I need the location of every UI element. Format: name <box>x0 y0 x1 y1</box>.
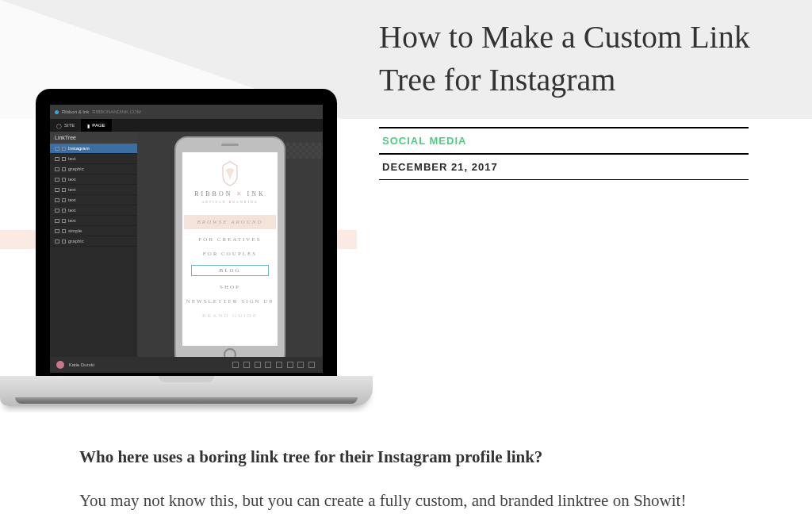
tool-icon[interactable] <box>243 362 250 368</box>
desktop-icon <box>55 229 59 233</box>
mobile-icon <box>62 219 66 223</box>
avatar-icon <box>56 361 64 369</box>
desktop-icon <box>55 147 59 151</box>
link-shop[interactable]: SHOP <box>220 284 240 290</box>
mobile-icon <box>62 209 66 213</box>
app-topbar: Ribbon & Ink RIBBONANDINK.COM <box>50 105 323 119</box>
mobile-icon <box>62 178 66 182</box>
app-logo-icon <box>55 110 59 114</box>
desktop-icon <box>55 167 59 171</box>
layer-label: text <box>68 156 76 161</box>
layer-label: text <box>68 218 76 223</box>
app-name: Ribbon & Ink <box>62 109 89 114</box>
layer-label: text <box>68 208 76 213</box>
user-chip[interactable]: Katie Durski <box>56 361 94 369</box>
layer-row[interactable]: text <box>50 185 137 195</box>
layer-row[interactable]: text <box>50 195 137 205</box>
article-body: Who here uses a boring link tree for the… <box>0 412 812 529</box>
user-name: Katie Durski <box>69 362 94 367</box>
phone-mockup: RIBBON✕INK ARTISAN BRANDING BROWSE AROUN… <box>174 136 285 357</box>
layer-row[interactable]: simple <box>50 226 137 236</box>
layer-row[interactable]: text <box>50 174 137 185</box>
mobile-icon <box>62 229 66 233</box>
layer-label: graphic <box>68 167 84 171</box>
lead-paragraph: Who here uses a boring link tree for the… <box>79 444 733 470</box>
mobile-icon <box>62 198 66 202</box>
link-newsletter[interactable]: NEWSLETTER SIGN UP <box>186 298 274 305</box>
brand-crest-icon <box>216 159 244 187</box>
layers-panel: LinkTree Instagram text graphic text tex… <box>50 132 137 357</box>
tab-page[interactable]: ▮ PAGE <box>81 119 111 132</box>
brand-tagline: ARTISAN BRANDING <box>201 200 258 204</box>
layer-row[interactable]: text <box>50 154 137 164</box>
layer-row[interactable]: text <box>50 205 137 216</box>
desktop-icon <box>55 209 59 213</box>
app-footer: Katie Durski <box>50 357 323 373</box>
layer-row[interactable]: Instagram <box>50 144 137 154</box>
desktop-icon <box>55 188 59 192</box>
tab-site[interactable]: ◯ SITE <box>50 119 81 132</box>
globe-icon: ◯ <box>56 123 62 128</box>
desktop-icon <box>55 178 59 182</box>
layer-label: simple <box>68 228 82 233</box>
mobile-icon <box>62 167 66 171</box>
mobile-icon <box>62 188 66 192</box>
paragraph: You may not know this, but you can creat… <box>79 488 733 514</box>
app-domain: RIBBONANDINK.COM <box>92 109 140 114</box>
brand-name: RIBBON✕INK <box>194 190 265 197</box>
laptop-base <box>0 376 373 406</box>
tool-icon[interactable] <box>287 362 293 368</box>
tab-page-label: PAGE <box>92 123 105 128</box>
toolbar-icons <box>231 362 316 369</box>
zoom-in-icon[interactable] <box>276 362 282 368</box>
layer-label: graphic <box>68 239 84 243</box>
tab-site-label: SITE <box>64 123 75 128</box>
mobile-icon <box>62 147 66 151</box>
tool-icon[interactable] <box>232 362 239 368</box>
layer-row[interactable]: graphic <box>50 236 137 247</box>
app-tabbar: ◯ SITE ▮ PAGE <box>50 119 323 132</box>
post-category[interactable]: SOCIAL MEDIA <box>379 127 749 153</box>
tool-icon[interactable] <box>297 362 304 368</box>
page-icon: ▮ <box>87 123 90 128</box>
checker-bg <box>283 143 323 159</box>
post-title: How to Make a Custom Link Tree for Insta… <box>379 16 804 102</box>
mobile-icon <box>62 240 66 243</box>
tool-icon[interactable] <box>308 362 315 368</box>
layer-label: text <box>68 177 76 182</box>
link-brandguide[interactable]: BRAND GUIDE <box>202 312 258 319</box>
link-couples[interactable]: FOR COUPLES <box>203 251 257 257</box>
layer-row[interactable]: text <box>50 216 137 226</box>
hero-image: Ribbon & Ink RIBBONANDINK.COM ◯ SITE ▮ P… <box>0 89 357 412</box>
zoom-out-icon[interactable] <box>265 362 271 368</box>
layer-label: text <box>68 187 76 192</box>
layer-row[interactable]: graphic <box>50 164 137 174</box>
post-meta: SOCIAL MEDIA DECEMBER 21, 2017 <box>379 127 749 180</box>
home-button-icon <box>224 348 236 357</box>
layers-panel-title: LinkTree <box>50 132 137 144</box>
browse-button[interactable]: BROWSE AROUND <box>184 215 276 229</box>
desktop-icon <box>55 219 59 223</box>
mobile-icon <box>62 157 66 161</box>
layer-label: text <box>68 197 76 202</box>
link-creatives[interactable]: FOR CREATIVES <box>198 236 261 243</box>
desktop-icon <box>55 198 59 202</box>
design-canvas: RIBBON✕INK ARTISAN BRANDING BROWSE AROUN… <box>137 132 323 357</box>
desktop-icon <box>55 240 59 243</box>
desktop-icon <box>55 157 59 161</box>
link-blog[interactable]: BLOG <box>191 265 268 276</box>
tool-icon[interactable] <box>255 362 261 368</box>
layer-label: Instagram <box>68 146 90 151</box>
post-date: DECEMBER 21, 2017 <box>379 153 749 180</box>
